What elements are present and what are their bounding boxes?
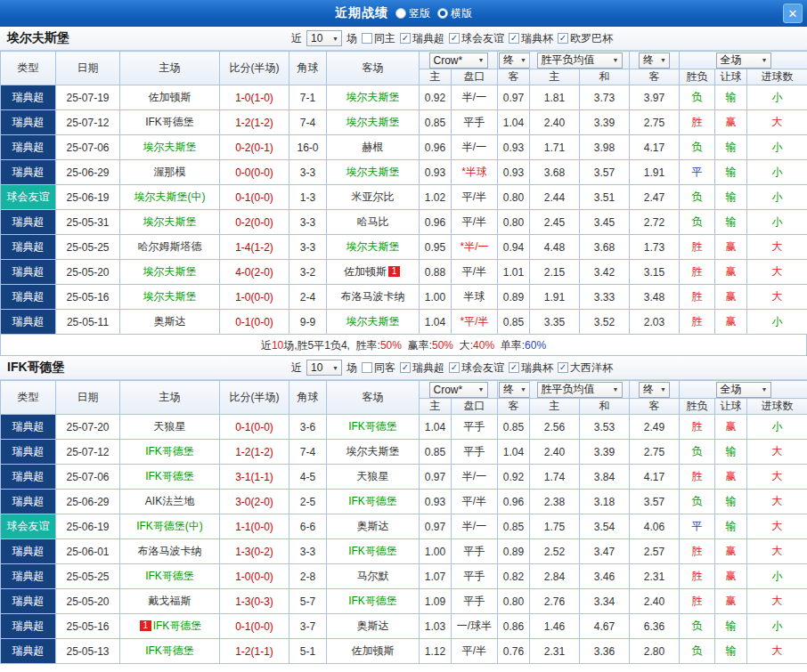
layout-vertical-radio[interactable]: 竖版 <box>395 6 430 21</box>
column-subheader: 客 <box>630 399 680 415</box>
avg-draw-odds-cell: 3.53 <box>580 415 630 440</box>
summary-segment: 赢率: <box>402 339 432 352</box>
bookmaker-select[interactable]: Crow*▼ <box>429 53 488 69</box>
handicap-home-odds-cell: 0.92 <box>420 85 452 110</box>
same-venue-checkbox[interactable]: 同主 <box>362 31 395 46</box>
match-row: 瑞典超25-07-06IFK哥德堡3-1(1-1)4-5天狼星0.97半/一0.… <box>1 465 807 490</box>
handicap-home-odds-cell: 1.00 <box>420 539 452 564</box>
handicap-home-odds-cell: 1.07 <box>420 564 452 589</box>
corner-cell: 7-4 <box>289 110 327 135</box>
match-row: 瑞典超25-05-20埃尔夫斯堡4-0(2-0)3-2佐加顿斯10.88平/半1… <box>1 260 807 285</box>
result-cell: 负 <box>680 614 715 639</box>
home-team-cell: 哈尔姆斯塔德 <box>120 235 220 260</box>
avg-away-odds-cell: 4.17 <box>630 465 680 490</box>
league-cell: 瑞典超 <box>1 589 56 614</box>
away-team-name: IFK哥德堡 <box>348 420 397 433</box>
goals-result-cell: 大 <box>747 639 807 664</box>
handicap-line-cell: 半/一 <box>452 514 498 539</box>
date-cell: 25-05-16 <box>56 285 120 310</box>
column-header: 类型 <box>1 381 56 415</box>
league-filter-checkbox[interactable]: ✓球会友谊 <box>449 360 504 376</box>
handicap-home-odds-cell: 1.03 <box>420 614 452 639</box>
team-name: IFK哥德堡 <box>7 360 65 376</box>
league-filter-checkbox[interactable]: ✓瑞典超 <box>400 360 444 376</box>
bookmaker-select[interactable]: Crow*▼ <box>429 382 488 398</box>
goals-result-cell: 大 <box>747 235 807 260</box>
scope-select-value: 全场 <box>721 53 742 68</box>
home-team-name: IFK哥德堡 <box>145 644 194 657</box>
filter-bar: 近10▼场同客✓瑞典超✓球会友谊✓瑞典杯✓大西洋杯 <box>291 360 613 376</box>
dropdown-arrow-icon: ▼ <box>332 36 338 42</box>
league-filter-checkbox[interactable]: ✓瑞典杯 <box>509 31 553 46</box>
home-team-name: IFK哥德堡 <box>145 470 194 482</box>
avg-odds-select[interactable]: 胜平负均值▼ <box>537 53 623 69</box>
league-filter-checkbox[interactable]: ✓欧罗巴杯 <box>558 31 613 46</box>
away-team-cell: 马尔默 <box>327 564 420 589</box>
scope-select[interactable]: 全场▼ <box>716 382 771 398</box>
away-team-name: IFK哥德堡 <box>348 545 397 557</box>
league-filter-checkbox[interactable]: ✓球会友谊 <box>449 31 504 46</box>
match-row: 球会友谊25-06-19IFK哥德堡(中)1-1(0-0)6-6奥斯达0.97半… <box>1 514 807 539</box>
handicap-result-cell: 赢 <box>715 564 747 589</box>
games-label: 场 <box>346 360 357 376</box>
home-team-cell: AIK法兰地 <box>120 490 220 514</box>
away-team-name: 埃尔夫斯堡 <box>346 116 400 128</box>
home-team-name: IFK哥德堡(中) <box>136 520 203 532</box>
score-cell: 1-3(0-3) <box>220 589 289 614</box>
away-team-name: 埃尔夫斯堡 <box>346 240 400 253</box>
league-filter-checkbox[interactable]: ✓大西洋杯 <box>558 360 613 376</box>
avg-away-odds-cell: 2.72 <box>630 210 680 235</box>
avg-odds-select[interactable]: 胜平负均值▼ <box>537 382 623 398</box>
result-cell: 胜 <box>680 310 715 335</box>
avg-away-odds-cell: 2.57 <box>630 539 680 564</box>
team-bar: IFK哥德堡近10▼场同客✓瑞典超✓球会友谊✓瑞典杯✓大西洋杯 <box>0 356 807 380</box>
final-odds-select[interactable]: 终▼ <box>499 382 530 398</box>
avg-draw-odds-cell: 3.57 <box>580 160 630 185</box>
column-header: 客场 <box>327 52 420 85</box>
scope-select[interactable]: 全场▼ <box>716 53 771 69</box>
match-row: 瑞典超25-06-01布洛马波卡纳1-3(0-2)3-3IFK哥德堡1.00平手… <box>1 539 807 564</box>
away-team-cell: 埃尔夫斯堡 <box>327 110 420 135</box>
layout-horizontal-radio[interactable]: 横版 <box>437 6 472 21</box>
close-button[interactable]: ✕ <box>783 4 803 23</box>
handicap-result-cell: 输 <box>715 210 747 235</box>
handicap-home-odds-cell: 0.93 <box>420 160 452 185</box>
home-team-name: 佐加顿斯 <box>149 91 192 103</box>
handicap-result-cell: 输 <box>715 490 747 514</box>
league-filter-checkbox[interactable]: ✓瑞典超 <box>400 31 444 46</box>
final-avg-select[interactable]: 终▼ <box>639 382 670 398</box>
away-team-cell: 哈马比 <box>327 210 420 235</box>
score-cell: 0-1(0-0) <box>220 185 289 210</box>
avg-away-odds-cell: 1.73 <box>630 235 680 260</box>
checkbox-label: 欧罗巴杯 <box>570 31 613 46</box>
avg-away-odds-cell: 2.03 <box>630 310 680 335</box>
avg-away-odds-cell: 1.91 <box>630 160 680 185</box>
recent-count-select[interactable]: 10▼ <box>306 30 342 46</box>
league-cell: 瑞典超 <box>1 490 56 514</box>
handicap-away-odds-cell: 1.04 <box>498 440 530 465</box>
dropdown-arrow-icon: ▼ <box>613 386 619 393</box>
recent-count-select[interactable]: 10▼ <box>306 360 342 376</box>
corner-cell: 7-4 <box>289 440 327 465</box>
column-subheader: 客 <box>498 399 530 415</box>
handicap-away-odds-cell: 0.89 <box>498 285 530 310</box>
league-cell: 瑞典超 <box>1 440 56 465</box>
home-team-cell: 埃尔夫斯堡 <box>120 135 220 160</box>
handicap-result-cell: 赢 <box>715 589 747 614</box>
league-cell: 瑞典超 <box>1 639 56 664</box>
league-filter-checkbox[interactable]: ✓瑞典杯 <box>509 360 553 376</box>
home-team-name: IFK哥德堡 <box>153 619 202 632</box>
summary-segment: 大: <box>453 339 473 352</box>
result-cell: 胜 <box>680 260 715 285</box>
column-subheader: 进球数 <box>747 69 807 85</box>
score-cell: 1-3(0-2) <box>220 539 289 564</box>
avg-draw-odds-cell: 3.51 <box>580 185 630 210</box>
handicap-line-cell: 半球 <box>452 285 498 310</box>
final-avg-select-value: 终 <box>643 382 654 397</box>
checkbox-label: 瑞典杯 <box>521 31 553 46</box>
final-odds-select[interactable]: 终▼ <box>499 53 530 69</box>
result-cell: 胜 <box>680 539 715 564</box>
same-venue-checkbox[interactable]: 同客 <box>362 360 395 376</box>
final-avg-select[interactable]: 终▼ <box>639 53 670 69</box>
goals-result-cell: 小 <box>747 564 807 589</box>
